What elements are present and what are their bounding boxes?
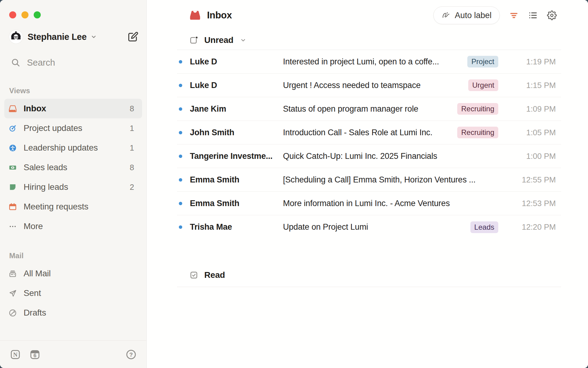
- search-icon: [11, 58, 20, 67]
- inbox-icon: [189, 10, 201, 21]
- sidebar-item-label: Project updates: [24, 123, 82, 133]
- sidebar-item-label: Leadership updates: [24, 143, 98, 153]
- unread-icon: [189, 36, 198, 45]
- filter-icon: [509, 10, 519, 20]
- calendar-app-button[interactable]: 6: [29, 349, 40, 360]
- email-sender: Emma Smith: [190, 175, 283, 185]
- sidebar-navigation: Views Inbox 8 Project updates 1 Leadersh…: [0, 86, 146, 323]
- read-section-header[interactable]: Read: [177, 263, 561, 287]
- unread-dot: [179, 131, 182, 134]
- sticky-note-icon: [9, 183, 17, 191]
- email-row[interactable]: Emma Smith [Scheduling a Call] Emma Smit…: [177, 168, 561, 192]
- email-row[interactable]: Emma Smith More information in Lumi Inc.…: [177, 192, 561, 215]
- email-subject: Quick Catch-Up: Lumi Inc. 2025 Financial…: [283, 151, 498, 161]
- email-sender: Luke D: [190, 81, 283, 90]
- email-sender: Jane Kim: [190, 104, 283, 114]
- unread-count: 2: [130, 182, 134, 192]
- sidebar-item-drafts[interactable]: Drafts: [4, 303, 142, 323]
- calendar-date-icon: 6: [29, 349, 40, 360]
- unread-dot: [179, 225, 182, 229]
- window-controls: [0, 0, 146, 18]
- send-icon: [9, 289, 17, 297]
- account-switcher[interactable]: Stephanie Lee: [9, 30, 138, 44]
- zoom-window-button[interactable]: [34, 11, 41, 18]
- sidebar: Stephanie Lee Search Views Inbox 8: [0, 0, 147, 368]
- sidebar-item-label: More: [24, 221, 43, 231]
- email-time: 1:00 PM: [498, 151, 561, 161]
- sidebar-item-label: Hiring leads: [24, 182, 68, 192]
- auto-label-button-label: Auto label: [455, 11, 492, 20]
- unread-dot: [179, 107, 182, 111]
- unread-count: 1: [130, 124, 134, 133]
- sidebar-item-hiring-leads[interactable]: Hiring leads 2: [4, 177, 142, 197]
- drafts-icon: [9, 309, 17, 317]
- notion-app-button[interactable]: N: [10, 349, 21, 360]
- inbox-pane: Inbox Auto label: [147, 0, 588, 368]
- email-tag-badge: Recruiting: [457, 127, 498, 138]
- chevron-down-icon: [90, 33, 97, 40]
- help-button[interactable]: ?: [126, 349, 137, 360]
- target-icon: [9, 124, 17, 132]
- unread-dot: [179, 155, 182, 158]
- filter-button[interactable]: [509, 10, 519, 20]
- email-row[interactable]: Trisha Mae Update on Project Lumi Leads …: [177, 215, 561, 239]
- unread-section-header[interactable]: Unread: [147, 31, 588, 50]
- email-time: 1:09 PM: [498, 104, 561, 114]
- sidebar-item-leadership-updates[interactable]: Leadership updates 1: [4, 138, 142, 158]
- list-view-icon: [528, 10, 538, 20]
- sidebar-item-inbox[interactable]: Inbox 8: [4, 99, 142, 118]
- email-row[interactable]: Jane Kim Status of open program manager …: [177, 97, 561, 121]
- read-checkbox-icon: [189, 270, 198, 280]
- email-tag-badge: Project: [467, 56, 498, 67]
- minimize-window-button[interactable]: [21, 11, 28, 18]
- sidebar-item-project-updates[interactable]: Project updates 1: [4, 118, 142, 138]
- email-sender: Luke D: [190, 57, 283, 67]
- svg-text:N: N: [13, 351, 17, 358]
- nav-list-mail: All Mail Sent Drafts: [0, 264, 146, 323]
- email-row[interactable]: Tangerine Investme... Quick Catch-Up: Lu…: [177, 144, 561, 168]
- email-tag-badge: Urgent: [468, 79, 498, 91]
- sidebar-item-label: Meeting requests: [24, 202, 89, 212]
- all-mail-icon: [9, 270, 17, 278]
- email-tag-badge: Leads: [470, 221, 498, 233]
- email-subject: Introduction Call - Sales Role at Lumi I…: [283, 128, 457, 137]
- sidebar-item-label: Inbox: [24, 104, 46, 113]
- banknote-icon: [9, 163, 17, 172]
- gear-icon: [547, 10, 557, 20]
- calendar-icon: [9, 203, 17, 211]
- accessibility-icon: [9, 144, 17, 152]
- email-time: 12:55 PM: [498, 175, 561, 185]
- sidebar-item-meeting-requests[interactable]: Meeting requests: [4, 197, 142, 217]
- app-window: Stephanie Lee Search Views Inbox 8: [0, 0, 588, 368]
- settings-button[interactable]: [547, 10, 557, 20]
- sidebar-item-more[interactable]: More: [4, 217, 142, 236]
- compose-button[interactable]: [127, 31, 138, 42]
- search-button[interactable]: Search: [11, 56, 146, 69]
- email-tag-badge: Recruiting: [457, 103, 498, 115]
- email-row[interactable]: John Smith Introduction Call - Sales Rol…: [177, 121, 561, 144]
- sidebar-footer: N 6 ?: [0, 340, 146, 368]
- unread-dot: [179, 84, 182, 87]
- close-window-button[interactable]: [9, 11, 16, 18]
- unread-dot: [179, 202, 182, 205]
- unread-count: 1: [130, 143, 134, 153]
- email-row[interactable]: Luke D Interested in project Lumi, open …: [177, 50, 561, 74]
- read-section: Read: [177, 263, 561, 287]
- auto-label-button[interactable]: Auto label: [433, 6, 500, 24]
- sidebar-item-sales-leads[interactable]: Sales leads 8: [4, 158, 142, 177]
- unread-email-list: Luke D Interested in project Lumi, open …: [177, 50, 561, 239]
- unread-count: 8: [130, 163, 134, 172]
- email-sender: Trisha Mae: [190, 222, 283, 232]
- svg-text:6: 6: [33, 352, 36, 358]
- sidebar-item-all-mail[interactable]: All Mail: [4, 264, 142, 283]
- sidebar-item-label: Sent: [24, 288, 41, 298]
- unread-dot: [179, 178, 182, 182]
- sidebar-item-sent[interactable]: Sent: [4, 283, 142, 303]
- list-view-button[interactable]: [528, 10, 538, 20]
- email-row[interactable]: Luke D Urgent ! Access needed to teamspa…: [177, 74, 561, 97]
- help-icon: ?: [126, 349, 137, 360]
- unread-dot: [179, 60, 182, 63]
- section-label-mail: Mail: [9, 251, 146, 260]
- email-subject: More information in Lumi Inc. - Acme Ven…: [283, 199, 498, 208]
- inbox-header: Inbox Auto label: [147, 0, 588, 31]
